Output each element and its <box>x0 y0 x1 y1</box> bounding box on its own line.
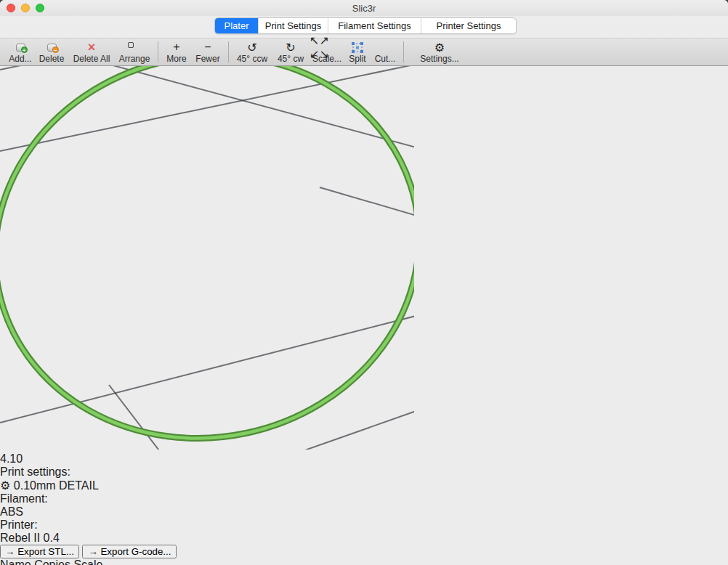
export-gcode-button[interactable]: → Export G-code... <box>82 545 177 558</box>
settings-button[interactable]: ⚙ Settings... <box>416 38 463 65</box>
printer-value: Rebel II 0.4 <box>0 532 60 544</box>
main-tab-bar: Plater Print Settings Filament Settings … <box>214 17 517 34</box>
toolbar: + Add... − Delete × Delete All Arrange +… <box>0 38 728 66</box>
fewer-button[interactable]: − Fewer <box>191 38 225 65</box>
add-icon: + <box>16 40 25 54</box>
toolbar-separator <box>228 41 229 62</box>
titlebar: Slic3r <box>0 0 728 16</box>
tab-filament-settings[interactable]: Filament Settings <box>328 18 421 33</box>
layer-slider-value: 4.10 <box>0 452 728 466</box>
object-list[interactable]: Name Copies Scale b.stl 1 100% <box>0 558 728 565</box>
3d-viewport[interactable] <box>0 0 728 452</box>
arrange-icon <box>128 40 141 54</box>
toolbar-separator <box>158 41 158 62</box>
window-title: Slic3r <box>0 3 728 14</box>
column-name[interactable]: Name <box>0 558 31 565</box>
rotate-ccw-icon: ↺ <box>247 40 256 54</box>
tab-plater[interactable]: Plater <box>215 18 259 33</box>
filament-label: Filament: <box>0 492 728 505</box>
tab-printer-settings[interactable]: Printer Settings <box>421 18 516 33</box>
add-button[interactable]: + Add... <box>6 38 35 65</box>
app-window: Slic3r Plater Print Settings Filament Se… <box>0 0 728 565</box>
more-button[interactable]: + More <box>162 38 191 65</box>
printer-label: Printer: <box>0 519 728 532</box>
arrange-button[interactable]: Arrange <box>115 38 154 65</box>
skirt-loop <box>0 17 414 450</box>
filament-combo[interactable]: ABS <box>0 505 728 519</box>
print-settings-value: 0.10mm DETAIL <box>14 479 99 492</box>
toolbar-separator <box>403 41 404 62</box>
top-tab-row: Plater Print Settings Filament Settings … <box>0 16 728 38</box>
split-button[interactable]: Split <box>344 38 371 65</box>
tab-print-settings[interactable]: Print Settings <box>259 18 328 33</box>
scale-button[interactable]: ↖↗ ↙↘ Scale... <box>310 38 344 65</box>
scale-icon: ↖↗ ↙↘ <box>310 40 344 54</box>
preset-gear-icon: ⚙ <box>0 479 10 492</box>
fewer-icon: − <box>204 40 211 54</box>
export-gcode-icon: → <box>88 546 97 557</box>
settings-gear-icon: ⚙ <box>434 40 445 54</box>
column-scale[interactable]: Scale <box>73 558 102 565</box>
delete-all-icon: × <box>88 40 96 54</box>
delete-button[interactable]: − Delete <box>35 38 68 65</box>
split-icon <box>352 40 363 54</box>
rotate-cw-icon: ↻ <box>286 40 295 54</box>
filament-value: ABS <box>0 505 23 518</box>
print-settings-combo[interactable]: ⚙ 0.10mm DETAIL <box>0 479 728 492</box>
print-bed <box>0 0 414 450</box>
cut-button[interactable]: Cut... <box>371 38 400 65</box>
delete-all-button[interactable]: × Delete All <box>68 38 115 65</box>
object-list-header: Name Copies Scale <box>0 558 728 565</box>
printer-combo[interactable]: Rebel II 0.4 <box>0 532 728 545</box>
export-stl-button[interactable]: → Export STL... <box>0 545 79 558</box>
delete-icon: − <box>47 40 57 54</box>
rotate-ccw-button[interactable]: ↺ 45° ccw <box>232 38 272 65</box>
rotate-cw-button[interactable]: ↻ 45° cw <box>272 38 310 65</box>
export-stl-icon: → <box>5 546 15 557</box>
print-settings-label: Print settings: <box>0 466 728 479</box>
more-icon: + <box>173 40 179 54</box>
column-copies[interactable]: Copies <box>34 558 70 565</box>
